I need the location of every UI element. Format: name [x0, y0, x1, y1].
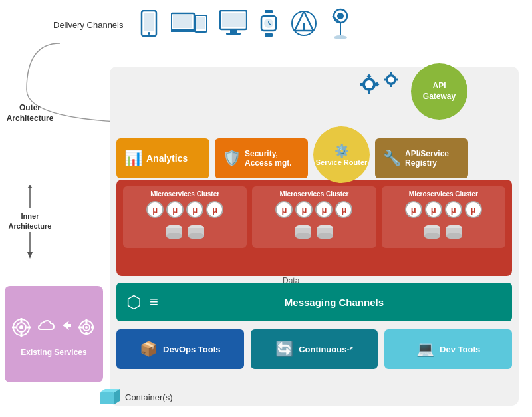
svg-rect-1 — [144, 13, 154, 31]
inner-arch-arrow-up — [26, 185, 34, 211]
database-icon-4 — [316, 224, 334, 244]
cluster-3-title: Microservices Cluster — [409, 190, 478, 198]
monitor-icon — [219, 10, 247, 40]
router-icon: ⚙️ — [334, 144, 349, 158]
arrow-icon — [59, 317, 72, 333]
svg-rect-4 — [173, 15, 192, 28]
microservices-cluster-2: Microservices Cluster μ μ μ μ — [252, 186, 376, 248]
svg-point-30 — [166, 233, 182, 239]
existing-services-icons — [6, 312, 102, 343]
mobile-icon — [139, 10, 159, 40]
svg-rect-59 — [394, 79, 398, 81]
database-icon-6 — [445, 224, 464, 244]
messaging-icon-1: ⬡ — [126, 292, 142, 313]
devops-icon: 📦 — [140, 341, 158, 358]
gear-icon-2 — [76, 317, 96, 337]
svg-rect-78 — [100, 392, 114, 404]
location-icon — [330, 7, 351, 43]
security-button[interactable]: 🛡️ Security, Access mgt. — [215, 138, 308, 178]
svg-point-55 — [388, 77, 394, 83]
devtools-icon: 💻 — [416, 341, 434, 358]
inner-arch-arrow-down — [26, 232, 34, 259]
svg-rect-67 — [21, 318, 23, 322]
continuous-label: Continuous-* — [299, 345, 353, 354]
existing-services-label: Existing Services — [21, 348, 86, 357]
svg-point-36 — [295, 233, 311, 239]
microservices-cluster-1: Microservices Cluster μ μ μ μ — [123, 186, 247, 248]
mu-icon: μ — [315, 201, 332, 218]
database-icon-2 — [187, 224, 205, 244]
registry-label: API/Service Registry — [405, 149, 460, 168]
mu-icon: μ — [335, 201, 352, 218]
svg-point-47 — [365, 80, 373, 88]
analytics-button[interactable]: 📊 Analytics — [116, 138, 209, 178]
svg-rect-50 — [360, 83, 365, 86]
antenna-icon — [290, 9, 318, 41]
watch-icon — [259, 9, 278, 41]
database-icon-3 — [294, 224, 313, 244]
analytics-label: Analytics — [146, 153, 188, 164]
svg-rect-70 — [27, 326, 31, 328]
messaging-icon-2: ≡ — [150, 293, 158, 311]
database-icon-1 — [165, 224, 184, 244]
microservices-box: Microservices Cluster μ μ μ μ Microservi… — [116, 180, 512, 276]
mu-icon: μ — [295, 201, 313, 218]
mu-icon: μ — [445, 201, 462, 218]
svg-rect-5 — [171, 30, 196, 32]
svg-rect-10 — [230, 29, 237, 33]
continuous-button[interactable]: 🔄 Continuous-* — [251, 329, 378, 369]
security-icon: 🛡️ — [223, 150, 241, 167]
svg-point-73 — [85, 326, 88, 329]
messaging-channels-label: Messaging Channels — [166, 297, 502, 308]
svg-rect-12 — [265, 10, 273, 13]
registry-button[interactable]: 🔧 API/Service Registry — [375, 138, 468, 178]
gear-decoration — [359, 68, 412, 101]
mu-icon: μ — [166, 201, 184, 218]
cluster-1-title: Microservices Cluster — [150, 190, 219, 198]
svg-rect-68 — [21, 333, 23, 337]
mu-icon: μ — [206, 201, 223, 218]
continuous-icon: 🔄 — [275, 341, 293, 358]
container-label: Container(s) — [125, 392, 173, 402]
analytics-icon: 📊 — [124, 150, 142, 167]
mu-icon: μ — [405, 201, 422, 218]
existing-services-box: Existing Services — [5, 286, 103, 382]
inner-architecture-section: Inner Architecture — [3, 185, 57, 259]
main-architecture-box: 📊 Analytics 🛡️ Security, Access mgt. ⚙️ … — [110, 67, 519, 406]
api-gateway-label: APIGateway — [423, 81, 456, 102]
cloud-icon — [35, 317, 55, 337]
microservices-cluster-3: Microservices Cluster μ μ μ μ — [382, 186, 505, 248]
service-router-button[interactable]: ⚙️ Service Router — [313, 126, 370, 183]
svg-rect-77 — [91, 326, 94, 328]
mu-icon: μ — [275, 201, 293, 218]
svg-point-33 — [188, 233, 204, 239]
svg-rect-75 — [86, 332, 88, 335]
svg-rect-11 — [226, 33, 241, 35]
tools-row: 📦 DevOps Tools 🔄 Continuous-* 💻 Dev Tool… — [116, 329, 512, 369]
svg-rect-9 — [222, 13, 245, 27]
inner-architecture-label: Inner Architecture — [3, 211, 57, 232]
router-label: Service Router — [316, 158, 368, 166]
svg-point-66 — [19, 325, 23, 329]
svg-rect-57 — [390, 83, 392, 87]
svg-rect-58 — [384, 79, 388, 81]
services-row: 📊 Analytics 🛡️ Security, Access mgt. ⚙️ … — [116, 133, 468, 183]
svg-point-45 — [446, 233, 462, 239]
svg-point-39 — [317, 233, 333, 239]
container-section: Container(s) — [100, 389, 173, 406]
svg-marker-61 — [27, 185, 33, 188]
svg-point-24 — [337, 13, 344, 19]
svg-marker-63 — [27, 252, 33, 259]
svg-rect-7 — [196, 17, 205, 29]
dev-tools-button[interactable]: 💻 Dev Tools — [384, 329, 512, 369]
devtools-label: Dev Tools — [440, 345, 480, 354]
outer-architecture-label: Outer Architecture — [3, 103, 57, 124]
mu-icon: μ — [186, 201, 203, 218]
security-label: Security, Access mgt. — [245, 149, 300, 168]
svg-rect-56 — [390, 72, 392, 76]
api-gateway-circle: APIGateway — [411, 63, 467, 120]
delivery-channels-label: Delivery Channels — [53, 20, 124, 30]
svg-rect-13 — [265, 33, 273, 37]
mu-icon: μ — [465, 201, 482, 218]
devops-tools-button[interactable]: 📦 DevOps Tools — [116, 329, 244, 369]
